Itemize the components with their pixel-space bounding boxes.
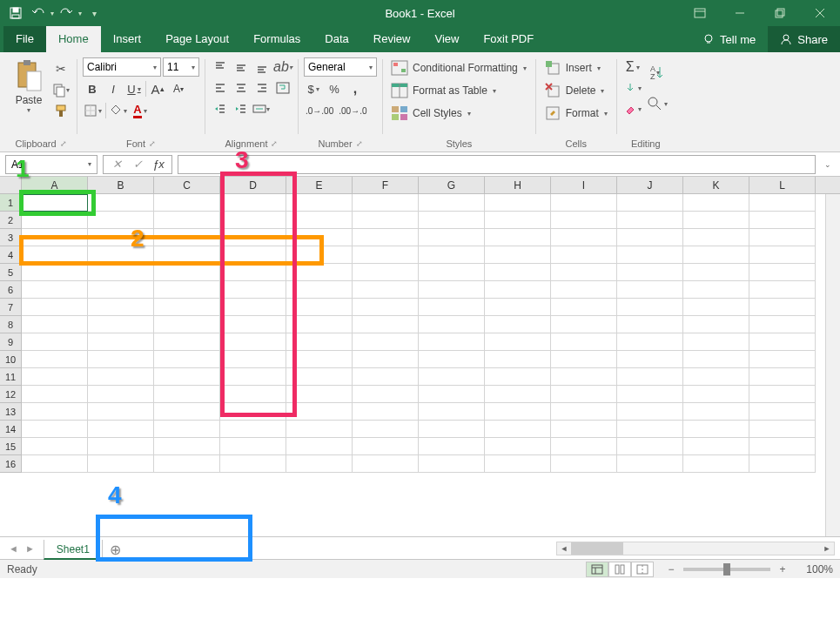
page-layout-view-button[interactable]	[608, 562, 631, 577]
cell[interactable]	[551, 421, 617, 438]
hscroll-left-icon[interactable]: ◄	[557, 542, 571, 555]
cell[interactable]	[88, 386, 154, 403]
minimize-icon[interactable]	[720, 0, 760, 26]
enter-formula-icon[interactable]: ✓	[130, 157, 145, 172]
row-header[interactable]: 12	[0, 386, 22, 403]
cell[interactable]	[22, 246, 88, 264]
cell[interactable]	[88, 403, 154, 421]
cell[interactable]	[617, 281, 683, 299]
row-header[interactable]: 4	[0, 246, 22, 264]
cell[interactable]	[286, 455, 353, 473]
column-header[interactable]: G	[419, 177, 485, 193]
cell[interactable]	[286, 264, 353, 281]
cell[interactable]	[683, 351, 749, 368]
cell[interactable]	[286, 246, 353, 264]
tab-foxit-pdf[interactable]: Foxit PDF	[471, 26, 546, 52]
wrap-text-button[interactable]	[273, 78, 292, 98]
cell[interactable]	[353, 368, 419, 386]
cell[interactable]	[154, 194, 220, 212]
comma-style-button[interactable]: ,	[346, 79, 365, 98]
font-size-select[interactable]: 11▾	[163, 57, 199, 77]
cell[interactable]	[617, 299, 683, 316]
cell[interactable]	[286, 212, 353, 229]
row-header[interactable]: 6	[0, 281, 22, 299]
cell[interactable]	[749, 299, 816, 316]
cell[interactable]	[485, 368, 551, 386]
cell[interactable]	[485, 246, 551, 264]
cell[interactable]	[353, 438, 419, 455]
tab-formulas[interactable]: Formulas	[241, 26, 312, 52]
cell[interactable]	[88, 264, 154, 281]
cell-styles-button[interactable]: Cell Styles▾	[388, 103, 530, 124]
format-painter-icon[interactable]	[50, 101, 71, 120]
cell[interactable]	[551, 246, 617, 264]
cell[interactable]	[88, 299, 154, 316]
cell[interactable]	[683, 281, 749, 299]
vertical-scrollbar[interactable]	[825, 194, 840, 536]
cell[interactable]	[419, 438, 485, 455]
cell[interactable]	[88, 421, 154, 438]
cell[interactable]	[22, 316, 88, 333]
tab-file[interactable]: File	[3, 26, 46, 52]
cell[interactable]	[22, 299, 88, 316]
cell[interactable]	[551, 281, 617, 299]
cell[interactable]	[419, 246, 485, 264]
sheet-tab-active[interactable]: Sheet1	[44, 540, 103, 560]
cell[interactable]	[154, 316, 220, 333]
delete-cells-button[interactable]: Delete▾	[541, 80, 611, 101]
cell[interactable]	[22, 194, 88, 212]
cell[interactable]	[617, 368, 683, 386]
cell[interactable]	[617, 246, 683, 264]
cell[interactable]	[286, 229, 353, 246]
cell[interactable]	[485, 229, 551, 246]
sort-filter-button[interactable]: AZ▾	[645, 57, 669, 87]
align-top-button[interactable]	[211, 57, 230, 77]
cell[interactable]	[22, 264, 88, 281]
row-header[interactable]: 16	[0, 455, 22, 473]
cell[interactable]	[419, 368, 485, 386]
font-launcher-icon[interactable]: ⤢	[149, 137, 156, 151]
bold-button[interactable]: B	[83, 79, 102, 98]
number-format-select[interactable]: General▾	[304, 57, 377, 77]
row-header[interactable]: 5	[0, 264, 22, 281]
cell[interactable]	[551, 229, 617, 246]
cell[interactable]	[419, 194, 485, 212]
cell[interactable]	[88, 368, 154, 386]
row-header[interactable]: 15	[0, 438, 22, 455]
column-header[interactable]: K	[683, 177, 749, 193]
cell[interactable]	[154, 403, 220, 421]
cell[interactable]	[419, 212, 485, 229]
cell[interactable]	[485, 421, 551, 438]
paste-button[interactable]: Paste ▾	[10, 56, 47, 114]
cell[interactable]	[88, 194, 154, 212]
cell[interactable]	[551, 194, 617, 212]
cell[interactable]	[220, 299, 286, 316]
cell[interactable]	[749, 403, 816, 421]
save-icon[interactable]	[5, 3, 26, 24]
cut-icon[interactable]: ✂	[50, 59, 71, 78]
cell[interactable]	[551, 386, 617, 403]
cell[interactable]	[683, 403, 749, 421]
sheet-nav-next-icon[interactable]: ►	[25, 543, 35, 554]
cell[interactable]	[88, 351, 154, 368]
cell[interactable]	[286, 421, 353, 438]
merge-center-button[interactable]: ▾	[252, 99, 270, 118]
cell[interactable]	[419, 421, 485, 438]
row-header[interactable]: 14	[0, 421, 22, 438]
cell[interactable]	[749, 281, 816, 299]
cell[interactable]	[88, 281, 154, 299]
zoom-out-button[interactable]: −	[664, 563, 678, 576]
hscroll-right-icon[interactable]: ►	[820, 542, 834, 555]
column-header[interactable]: J	[617, 177, 683, 193]
borders-button[interactable]: ▾	[83, 101, 104, 120]
increase-indent-button[interactable]	[232, 99, 251, 118]
cell[interactable]	[419, 403, 485, 421]
cell[interactable]	[749, 316, 816, 333]
align-center-button[interactable]	[232, 78, 251, 98]
font-name-select[interactable]: Calibri▾	[83, 57, 161, 77]
undo-dropdown-icon[interactable]: ▾	[50, 10, 54, 17]
cell[interactable]	[683, 333, 749, 351]
cell[interactable]	[286, 316, 353, 333]
cell[interactable]	[22, 212, 88, 229]
cell[interactable]	[485, 333, 551, 351]
